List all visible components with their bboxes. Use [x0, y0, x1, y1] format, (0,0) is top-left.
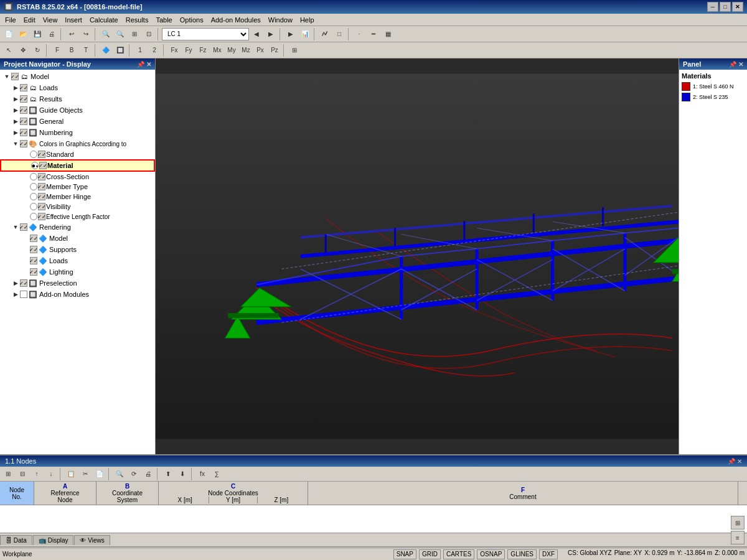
- menu-calculate[interactable]: Calculate: [86, 15, 122, 25]
- radio-member-hinge[interactable]: [30, 193, 37, 200]
- tb2-fx[interactable]: Fx: [167, 44, 181, 57]
- expand-loads[interactable]: ▶: [11, 83, 20, 92]
- radio-standard[interactable]: [30, 151, 37, 158]
- tree-colors[interactable]: ▼ ✓ 🎨 Colors in Graphics According to: [0, 138, 155, 149]
- tb2-pz[interactable]: Pz: [268, 44, 281, 57]
- tree-lighting[interactable]: ✓ 🔷 Lighting: [0, 266, 155, 278]
- bottom-pin[interactable]: 📌: [728, 458, 735, 465]
- radio-visibility[interactable]: [30, 203, 37, 210]
- tb-redo[interactable]: ↪: [79, 27, 93, 41]
- tb-open[interactable]: 📂: [16, 27, 30, 41]
- tb2-wire[interactable]: 🔲: [113, 44, 127, 57]
- cb-numbering[interactable]: ✓: [20, 129, 27, 136]
- cb-material[interactable]: ✓: [39, 162, 47, 169]
- radio-cross-section[interactable]: [30, 173, 37, 180]
- menu-help[interactable]: Help: [296, 15, 318, 25]
- menu-view[interactable]: View: [39, 15, 62, 25]
- tree-results[interactable]: ▶ ✓ 🗂 Results: [0, 93, 155, 105]
- btb-2[interactable]: ⊟: [16, 467, 29, 481]
- dxf-button[interactable]: DXF: [539, 549, 558, 559]
- osnap-button[interactable]: OSNAP: [477, 549, 505, 559]
- radio-eff-length[interactable]: [30, 213, 37, 220]
- cb-guide[interactable]: ✓: [20, 106, 27, 114]
- tb2-move[interactable]: ✥: [16, 44, 30, 57]
- cb-standard[interactable]: ✓: [38, 151, 45, 158]
- nav-pin[interactable]: 📌: [137, 61, 144, 68]
- table-scrollbar[interactable]: [738, 482, 747, 505]
- expand-results[interactable]: ▶: [11, 95, 20, 103]
- cartes-button[interactable]: CARTES: [443, 549, 474, 559]
- cb-preselection[interactable]: ✓: [20, 279, 27, 287]
- tb-results[interactable]: 📊: [298, 27, 312, 41]
- cb-lighting[interactable]: ✓: [30, 268, 37, 276]
- close-button[interactable]: ✕: [732, 2, 743, 12]
- tb2-px[interactable]: Px: [253, 44, 267, 57]
- maximize-button[interactable]: □: [720, 2, 731, 12]
- tb-zoom-sel[interactable]: ⊡: [142, 27, 156, 41]
- tb-next[interactable]: ▶: [264, 27, 278, 41]
- btb-4[interactable]: ↓: [44, 467, 58, 481]
- tb2-mem-num[interactable]: 2: [148, 44, 161, 57]
- menu-file[interactable]: File: [1, 15, 20, 25]
- cb-ren-loads[interactable]: ✓: [30, 257, 37, 264]
- menu-results[interactable]: Results: [122, 15, 153, 25]
- tree-eff-length[interactable]: ✓ Effective Length Factor: [0, 212, 155, 222]
- expand-rendering[interactable]: ▼: [11, 223, 20, 231]
- expand-preselection[interactable]: ▶: [11, 279, 20, 287]
- minimize-button[interactable]: ─: [707, 2, 718, 12]
- tb-print[interactable]: 🖨: [45, 27, 59, 41]
- tree-cross-section[interactable]: ✓ Cross-Section: [0, 172, 155, 182]
- tree-member-type[interactable]: ✓ Member Type: [0, 182, 155, 192]
- menu-window[interactable]: Window: [265, 15, 296, 25]
- btb-12[interactable]: ⬇: [176, 467, 189, 481]
- tb2-front[interactable]: F: [50, 44, 64, 57]
- tb-surfaces[interactable]: ▦: [381, 27, 395, 41]
- nav-close[interactable]: ✕: [146, 61, 151, 68]
- btb-1[interactable]: ⊞: [1, 467, 15, 481]
- menu-options[interactable]: Options: [176, 15, 207, 25]
- menu-edit[interactable]: Edit: [20, 15, 39, 25]
- cb-rendering[interactable]: ✓: [20, 223, 27, 231]
- tb-zoom-out[interactable]: 🔍: [113, 27, 127, 41]
- btb-calc[interactable]: fx: [195, 467, 209, 481]
- tb2-rotate[interactable]: ↻: [31, 44, 44, 57]
- cb-ren-model[interactable]: ✓: [30, 235, 37, 242]
- nav-views-tab[interactable]: 👁 Views: [74, 535, 110, 545]
- panel-close[interactable]: ✕: [738, 61, 743, 68]
- tb-undo[interactable]: ↩: [65, 27, 78, 41]
- radio-member-type[interactable]: [30, 183, 37, 190]
- tb-save[interactable]: 💾: [31, 27, 44, 41]
- btb-3[interactable]: ↑: [30, 467, 44, 481]
- tb2-render[interactable]: 🔷: [99, 44, 113, 57]
- tb-run[interactable]: ▶: [284, 27, 298, 41]
- tree-ren-model[interactable]: ✓ 🔷 Model: [0, 233, 155, 244]
- tb-plane[interactable]: □: [332, 27, 346, 41]
- btb-5[interactable]: 📋: [64, 467, 78, 481]
- cb-general[interactable]: ✓: [20, 118, 27, 125]
- cb-member-type[interactable]: ✓: [38, 183, 45, 190]
- expand-addon[interactable]: ▶: [11, 290, 20, 299]
- menu-insert[interactable]: Insert: [61, 15, 86, 25]
- tb-prev[interactable]: ◀: [250, 27, 263, 41]
- cb-results[interactable]: ✓: [20, 95, 27, 103]
- tree-member-hinge[interactable]: ✓ Member Hinge: [0, 192, 155, 202]
- panel-pin[interactable]: 📌: [729, 61, 736, 68]
- tb2-select[interactable]: ↖: [2, 44, 16, 57]
- btb-7[interactable]: 📄: [93, 467, 106, 481]
- tree-numbering[interactable]: ▶ ✓ 🔲 Numbering: [0, 127, 155, 138]
- btb-9[interactable]: ⟳: [127, 467, 141, 481]
- cb-cross-section[interactable]: ✓: [38, 173, 45, 180]
- tb-3d[interactable]: 🗲: [318, 27, 332, 41]
- tree-general[interactable]: ▶ ✓ 🔲 General: [0, 116, 155, 127]
- tb-zoom-in[interactable]: 🔍: [99, 27, 113, 41]
- grid-button[interactable]: GRID: [419, 549, 441, 559]
- tree-visibility[interactable]: ✓ Visibility: [0, 202, 155, 212]
- tb-nodes[interactable]: ·: [352, 27, 366, 41]
- expand-general[interactable]: ▶: [11, 117, 20, 126]
- snap-button[interactable]: SNAP: [393, 549, 416, 559]
- cb-colors[interactable]: ✓: [20, 140, 27, 147]
- menu-addon[interactable]: Add-on Modules: [207, 15, 265, 25]
- cb-model[interactable]: ✓: [11, 73, 19, 80]
- btb-6[interactable]: ✂: [78, 467, 92, 481]
- tree-standard[interactable]: ✓ Standard: [0, 149, 155, 159]
